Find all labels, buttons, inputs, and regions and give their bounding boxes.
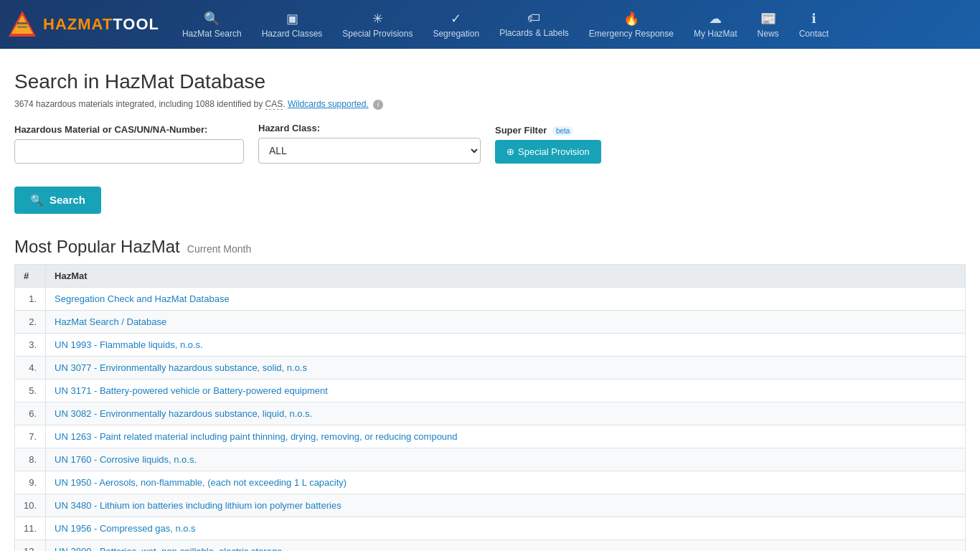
nav-item-special-provisions[interactable]: ✳Special Provisions <box>332 5 423 44</box>
my-hazmat-nav-label: My HazMat <box>694 29 738 39</box>
row-hazmat: UN 1956 - Compressed gas, n.o.s <box>46 517 966 540</box>
col-header-num: # <box>15 264 46 287</box>
hazmat-link[interactable]: UN 3077 - Environmentally hazardous subs… <box>55 362 307 373</box>
row-hazmat: UN 2800 - Batteries, wet, non-spillable,… <box>46 540 966 551</box>
table-row: 7. UN 1263 - Paint related material incl… <box>15 425 966 448</box>
emergency-response-nav-label: Emergency Response <box>589 29 674 39</box>
nav-item-my-hazmat[interactable]: ☁My HazMat <box>684 5 748 44</box>
hazmat-link[interactable]: UN 1993 - Flammable liquids, n.o.s. <box>55 339 203 350</box>
news-nav-label: News <box>758 29 779 39</box>
plus-icon: ⊕ <box>507 146 514 157</box>
hazmat-link[interactable]: UN 1950 - Aerosols, non-flammable, (each… <box>55 477 347 488</box>
search-button[interactable]: 🔍 Search <box>14 187 101 214</box>
row-num: 10. <box>15 494 46 517</box>
special-provisions-nav-label: Special Provisions <box>342 29 413 39</box>
table-row: 12. UN 2800 - Batteries, wet, non-spilla… <box>15 540 966 551</box>
hazmat-search-nav-label: HazMat Search <box>182 29 242 39</box>
special-provisions-nav-icon: ✳ <box>372 11 383 27</box>
hazmat-input-group: Hazardous Material or CAS/UN/NA-Number: <box>14 124 244 164</box>
row-num: 6. <box>15 402 46 425</box>
special-provision-button[interactable]: ⊕ Special Provision <box>495 140 601 164</box>
row-hazmat: Segregation Check and HazMat Database <box>46 287 966 310</box>
navbar: HAZMAT TOOL 🔍HazMat Search▣Hazard Classe… <box>0 0 980 49</box>
table-row: 10. UN 3480 - Lithium ion batteries incl… <box>15 494 966 517</box>
row-hazmat: UN 1993 - Flammable liquids, n.o.s. <box>46 333 966 356</box>
info-icon[interactable]: i <box>373 100 383 110</box>
row-hazmat: HazMat Search / Database <box>46 310 966 333</box>
hazmat-link[interactable]: UN 2800 - Batteries, wet, non-spillable,… <box>55 546 282 552</box>
table-row: 2. HazMat Search / Database <box>15 310 966 333</box>
subtitle: 3674 hazardous materials integrated, inc… <box>14 99 966 110</box>
search-form: Hazardous Material or CAS/UN/NA-Number: … <box>14 123 966 164</box>
row-num: 3. <box>15 333 46 356</box>
beta-badge: beta <box>552 126 573 136</box>
hazard-class-select[interactable]: ALL Class 1 - Explosives Class 2 - Gases… <box>258 138 481 164</box>
nav-item-emergency-response[interactable]: 🔥Emergency Response <box>579 5 684 44</box>
search-icon: 🔍 <box>30 194 44 207</box>
popular-section-title: Most Popular HazMat Current Month <box>14 237 966 257</box>
row-hazmat: UN 3171 - Battery-powered vehicle or Bat… <box>46 379 966 402</box>
table-row: 8. UN 1760 - Corrosive liquids, n.o.s. <box>15 448 966 471</box>
row-hazmat: UN 3480 - Lithium ion batteries includin… <box>46 494 966 517</box>
contact-nav-icon: ℹ <box>811 11 816 27</box>
contact-nav-label: Contact <box>799 29 829 39</box>
popular-section-subtitle: Current Month <box>187 243 251 255</box>
super-filter-group: Super Filter beta ⊕ Special Provision <box>495 125 601 164</box>
row-num: 9. <box>15 471 46 494</box>
row-hazmat: UN 1263 - Paint related material includi… <box>46 425 966 448</box>
special-provision-label: Special Provision <box>518 146 590 157</box>
hazmat-link[interactable]: UN 1956 - Compressed gas, n.o.s <box>55 523 196 534</box>
nav-item-news[interactable]: 📰News <box>748 5 789 44</box>
nav-item-hazmat-search[interactable]: 🔍HazMat Search <box>172 5 252 44</box>
hazard-class-group: Hazard Class: ALL Class 1 - Explosives C… <box>258 123 481 164</box>
svg-rect-3 <box>17 22 27 24</box>
cas-abbr: CAS <box>265 99 283 110</box>
logo-tool-text: TOOL <box>113 15 159 34</box>
table-row: 5. UN 3171 - Battery-powered vehicle or … <box>15 379 966 402</box>
hazmat-link[interactable]: UN 1760 - Corrosive liquids, n.o.s. <box>55 454 197 465</box>
row-num: 5. <box>15 379 46 402</box>
placards-labels-nav-icon: 🏷 <box>527 11 540 26</box>
row-hazmat: UN 1950 - Aerosols, non-flammable, (each… <box>46 471 966 494</box>
logo-icon <box>7 9 37 39</box>
wildcards-link[interactable]: Wildcards supported. <box>288 99 369 109</box>
row-num: 2. <box>15 310 46 333</box>
table-row: 4. UN 3077 - Environmentally hazardous s… <box>15 356 966 379</box>
row-hazmat: UN 1760 - Corrosive liquids, n.o.s. <box>46 448 966 471</box>
hazmat-link[interactable]: Segregation Check and HazMat Database <box>55 293 230 304</box>
table-row: 1. Segregation Check and HazMat Database <box>15 287 966 310</box>
nav-item-placards-labels[interactable]: 🏷Placards & Labels <box>489 5 579 44</box>
nav-item-contact[interactable]: ℹContact <box>789 5 839 44</box>
emergency-response-nav-icon: 🔥 <box>623 11 639 27</box>
row-num: 12. <box>15 540 46 551</box>
popular-table: # HazMat 1. Segregation Check and HazMat… <box>14 264 966 552</box>
segregation-nav-label: Segregation <box>433 29 479 39</box>
nav-item-segregation[interactable]: ✓Segregation <box>423 5 489 44</box>
hazard-classes-nav-icon: ▣ <box>286 11 298 27</box>
hazmat-link[interactable]: UN 3171 - Battery-powered vehicle or Bat… <box>55 385 328 396</box>
hazmat-link[interactable]: UN 1263 - Paint related material includi… <box>55 431 457 442</box>
placards-labels-nav-label: Placards & Labels <box>499 28 569 38</box>
col-header-hazmat: HazMat <box>46 264 966 287</box>
row-hazmat: UN 3082 - Environmentally hazardous subs… <box>46 402 966 425</box>
hazmat-link[interactable]: UN 3480 - Lithium ion batteries includin… <box>55 500 341 511</box>
row-hazmat: UN 3077 - Environmentally hazardous subs… <box>46 356 966 379</box>
row-num: 1. <box>15 287 46 310</box>
nav-item-hazard-classes[interactable]: ▣Hazard Classes <box>252 5 333 44</box>
hazmat-label: Hazardous Material or CAS/UN/NA-Number: <box>14 124 244 135</box>
hazmat-search-input[interactable] <box>14 139 244 164</box>
hazard-class-label: Hazard Class: <box>258 123 481 133</box>
search-button-label: Search <box>50 194 85 206</box>
logo-link[interactable]: HAZMAT TOOL <box>7 9 159 39</box>
page-title: Search in HazMat Database <box>14 70 966 93</box>
hazmat-search-nav-icon: 🔍 <box>204 11 220 27</box>
row-num: 4. <box>15 356 46 379</box>
hazmat-link[interactable]: UN 3082 - Environmentally hazardous subs… <box>55 408 312 419</box>
svg-rect-4 <box>17 26 27 28</box>
hazmat-link[interactable]: HazMat Search / Database <box>55 316 166 327</box>
row-num: 8. <box>15 448 46 471</box>
logo-hazmat-text: HAZMAT <box>43 15 113 34</box>
row-num: 7. <box>15 425 46 448</box>
hazard-classes-nav-label: Hazard Classes <box>262 29 323 39</box>
my-hazmat-nav-icon: ☁ <box>709 11 722 27</box>
